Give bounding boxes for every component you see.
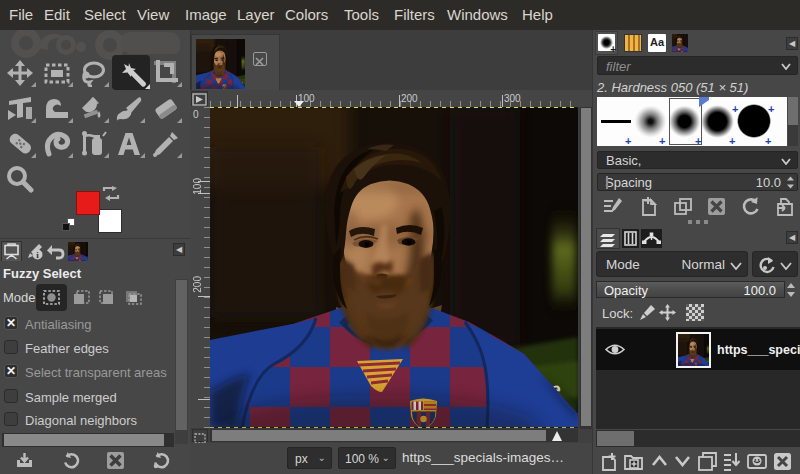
svg-text:+: + [659, 135, 665, 146]
svg-text:+: + [625, 135, 631, 146]
svg-text:+: + [729, 135, 735, 146]
svg-text:+: + [695, 135, 701, 146]
svg-text:+: + [768, 103, 774, 115]
svg-text:+: + [732, 103, 738, 115]
svg-text:+: + [765, 135, 771, 146]
